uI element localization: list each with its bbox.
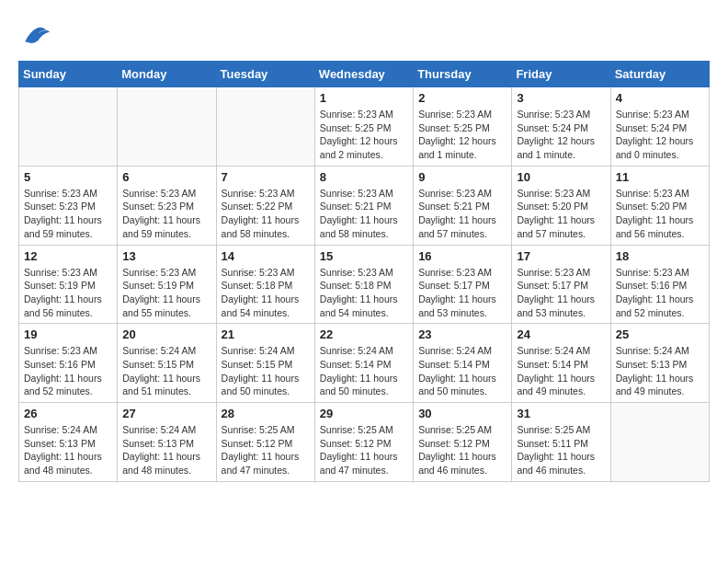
calendar-cell: 26Sunrise: 5:24 AM Sunset: 5:13 PM Dayli… bbox=[19, 403, 118, 482]
calendar-cell bbox=[610, 403, 709, 482]
day-number: 5 bbox=[24, 170, 112, 184]
calendar-cell: 9Sunrise: 5:23 AM Sunset: 5:21 PM Daylig… bbox=[414, 166, 512, 245]
calendar-cell: 18Sunrise: 5:23 AM Sunset: 5:16 PM Dayli… bbox=[610, 245, 709, 324]
calendar-cell: 31Sunrise: 5:25 AM Sunset: 5:11 PM Dayli… bbox=[512, 403, 610, 482]
weekday-header-thursday: Thursday bbox=[414, 62, 512, 87]
weekday-header-sunday: Sunday bbox=[19, 62, 118, 87]
day-number: 7 bbox=[222, 170, 310, 184]
page-header bbox=[18, 18, 710, 52]
calendar-cell bbox=[118, 87, 216, 167]
calendar-cell: 29Sunrise: 5:25 AM Sunset: 5:12 PM Dayli… bbox=[314, 403, 413, 482]
day-info: Sunrise: 5:24 AM Sunset: 5:13 PM Dayligh… bbox=[24, 423, 112, 477]
day-number: 27 bbox=[122, 407, 210, 420]
day-info: Sunrise: 5:23 AM Sunset: 5:16 PM Dayligh… bbox=[616, 266, 704, 320]
day-info: Sunrise: 5:23 AM Sunset: 5:21 PM Dayligh… bbox=[320, 187, 408, 241]
day-info: Sunrise: 5:23 AM Sunset: 5:18 PM Dayligh… bbox=[222, 266, 310, 320]
day-info: Sunrise: 5:23 AM Sunset: 5:19 PM Dayligh… bbox=[122, 266, 210, 320]
weekday-row: SundayMondayTuesdayWednesdayThursdayFrid… bbox=[19, 62, 710, 87]
day-info: Sunrise: 5:25 AM Sunset: 5:12 PM Dayligh… bbox=[320, 423, 408, 477]
day-number: 13 bbox=[122, 249, 210, 263]
day-number: 12 bbox=[24, 249, 112, 263]
calendar-cell bbox=[19, 87, 118, 167]
day-info: Sunrise: 5:23 AM Sunset: 5:22 PM Dayligh… bbox=[222, 187, 310, 241]
calendar-cell: 14Sunrise: 5:23 AM Sunset: 5:18 PM Dayli… bbox=[216, 245, 314, 324]
day-info: Sunrise: 5:23 AM Sunset: 5:21 PM Dayligh… bbox=[418, 187, 506, 241]
calendar-cell: 30Sunrise: 5:25 AM Sunset: 5:12 PM Dayli… bbox=[414, 403, 512, 482]
day-number: 6 bbox=[122, 170, 210, 184]
day-info: Sunrise: 5:24 AM Sunset: 5:14 PM Dayligh… bbox=[517, 344, 605, 398]
day-info: Sunrise: 5:24 AM Sunset: 5:15 PM Dayligh… bbox=[122, 344, 210, 398]
day-info: Sunrise: 5:23 AM Sunset: 5:19 PM Dayligh… bbox=[24, 266, 112, 320]
calendar-cell: 7Sunrise: 5:23 AM Sunset: 5:22 PM Daylig… bbox=[216, 166, 314, 245]
week-row-3: 12Sunrise: 5:23 AM Sunset: 5:19 PM Dayli… bbox=[19, 245, 710, 324]
calendar-header: SundayMondayTuesdayWednesdayThursdayFrid… bbox=[19, 62, 710, 87]
day-number: 21 bbox=[222, 327, 310, 341]
week-row-4: 19Sunrise: 5:23 AM Sunset: 5:16 PM Dayli… bbox=[19, 324, 710, 403]
day-info: Sunrise: 5:23 AM Sunset: 5:25 PM Dayligh… bbox=[320, 108, 408, 162]
day-info: Sunrise: 5:23 AM Sunset: 5:16 PM Dayligh… bbox=[24, 344, 112, 398]
calendar-cell: 3Sunrise: 5:23 AM Sunset: 5:24 PM Daylig… bbox=[512, 87, 610, 167]
weekday-header-tuesday: Tuesday bbox=[216, 62, 314, 87]
day-number: 26 bbox=[24, 407, 112, 420]
week-row-2: 5Sunrise: 5:23 AM Sunset: 5:23 PM Daylig… bbox=[19, 166, 710, 245]
day-number: 10 bbox=[517, 170, 605, 184]
day-number: 29 bbox=[320, 407, 408, 420]
calendar-cell: 15Sunrise: 5:23 AM Sunset: 5:18 PM Dayli… bbox=[314, 245, 413, 324]
day-info: Sunrise: 5:23 AM Sunset: 5:17 PM Dayligh… bbox=[418, 266, 506, 320]
day-info: Sunrise: 5:25 AM Sunset: 5:12 PM Dayligh… bbox=[222, 423, 310, 477]
weekday-header-wednesday: Wednesday bbox=[314, 62, 413, 87]
day-number: 23 bbox=[418, 327, 506, 341]
day-number: 18 bbox=[616, 249, 704, 263]
day-number: 17 bbox=[517, 249, 605, 263]
day-number: 2 bbox=[418, 91, 506, 105]
day-number: 11 bbox=[616, 170, 704, 184]
day-info: Sunrise: 5:24 AM Sunset: 5:14 PM Dayligh… bbox=[320, 344, 408, 398]
day-number: 16 bbox=[418, 249, 506, 263]
day-number: 19 bbox=[24, 327, 112, 341]
day-number: 31 bbox=[517, 407, 605, 420]
day-info: Sunrise: 5:23 AM Sunset: 5:23 PM Dayligh… bbox=[24, 187, 112, 241]
calendar-cell: 1Sunrise: 5:23 AM Sunset: 5:25 PM Daylig… bbox=[314, 87, 413, 167]
day-number: 14 bbox=[222, 249, 310, 263]
day-info: Sunrise: 5:24 AM Sunset: 5:13 PM Dayligh… bbox=[122, 423, 210, 477]
calendar-table: SundayMondayTuesdayWednesdayThursdayFrid… bbox=[18, 61, 710, 482]
calendar-cell: 10Sunrise: 5:23 AM Sunset: 5:20 PM Dayli… bbox=[512, 166, 610, 245]
day-info: Sunrise: 5:23 AM Sunset: 5:24 PM Dayligh… bbox=[616, 108, 704, 162]
day-info: Sunrise: 5:23 AM Sunset: 5:17 PM Dayligh… bbox=[517, 266, 605, 320]
day-info: Sunrise: 5:24 AM Sunset: 5:15 PM Dayligh… bbox=[222, 344, 310, 398]
calendar-cell: 28Sunrise: 5:25 AM Sunset: 5:12 PM Dayli… bbox=[216, 403, 314, 482]
calendar-cell: 25Sunrise: 5:24 AM Sunset: 5:13 PM Dayli… bbox=[610, 324, 709, 403]
calendar-cell: 13Sunrise: 5:23 AM Sunset: 5:19 PM Dayli… bbox=[118, 245, 216, 324]
calendar-cell: 2Sunrise: 5:23 AM Sunset: 5:25 PM Daylig… bbox=[414, 87, 512, 167]
logo-bird-icon bbox=[18, 18, 51, 52]
day-info: Sunrise: 5:23 AM Sunset: 5:20 PM Dayligh… bbox=[616, 187, 704, 241]
day-number: 9 bbox=[418, 170, 506, 184]
day-info: Sunrise: 5:25 AM Sunset: 5:11 PM Dayligh… bbox=[517, 423, 605, 477]
day-number: 8 bbox=[320, 170, 408, 184]
calendar-cell: 17Sunrise: 5:23 AM Sunset: 5:17 PM Dayli… bbox=[512, 245, 610, 324]
calendar-cell: 22Sunrise: 5:24 AM Sunset: 5:14 PM Dayli… bbox=[314, 324, 413, 403]
day-number: 20 bbox=[122, 327, 210, 341]
calendar-cell: 11Sunrise: 5:23 AM Sunset: 5:20 PM Dayli… bbox=[610, 166, 709, 245]
calendar-body: 1Sunrise: 5:23 AM Sunset: 5:25 PM Daylig… bbox=[19, 87, 710, 482]
calendar-cell: 12Sunrise: 5:23 AM Sunset: 5:19 PM Dayli… bbox=[19, 245, 118, 324]
day-number: 4 bbox=[616, 91, 704, 105]
day-info: Sunrise: 5:23 AM Sunset: 5:23 PM Dayligh… bbox=[122, 187, 210, 241]
day-info: Sunrise: 5:23 AM Sunset: 5:20 PM Dayligh… bbox=[517, 187, 605, 241]
day-number: 22 bbox=[320, 327, 408, 341]
calendar-cell bbox=[216, 87, 314, 167]
calendar-cell: 19Sunrise: 5:23 AM Sunset: 5:16 PM Dayli… bbox=[19, 324, 118, 403]
calendar-cell: 21Sunrise: 5:24 AM Sunset: 5:15 PM Dayli… bbox=[216, 324, 314, 403]
weekday-header-friday: Friday bbox=[512, 62, 610, 87]
logo bbox=[18, 18, 55, 52]
day-number: 3 bbox=[517, 91, 605, 105]
calendar-cell: 16Sunrise: 5:23 AM Sunset: 5:17 PM Dayli… bbox=[414, 245, 512, 324]
day-info: Sunrise: 5:24 AM Sunset: 5:13 PM Dayligh… bbox=[616, 344, 704, 398]
day-info: Sunrise: 5:23 AM Sunset: 5:18 PM Dayligh… bbox=[320, 266, 408, 320]
day-number: 28 bbox=[222, 407, 310, 420]
day-info: Sunrise: 5:24 AM Sunset: 5:14 PM Dayligh… bbox=[418, 344, 506, 398]
calendar-cell: 4Sunrise: 5:23 AM Sunset: 5:24 PM Daylig… bbox=[610, 87, 709, 167]
day-info: Sunrise: 5:23 AM Sunset: 5:25 PM Dayligh… bbox=[418, 108, 506, 162]
calendar-cell: 5Sunrise: 5:23 AM Sunset: 5:23 PM Daylig… bbox=[19, 166, 118, 245]
day-info: Sunrise: 5:25 AM Sunset: 5:12 PM Dayligh… bbox=[418, 423, 506, 477]
